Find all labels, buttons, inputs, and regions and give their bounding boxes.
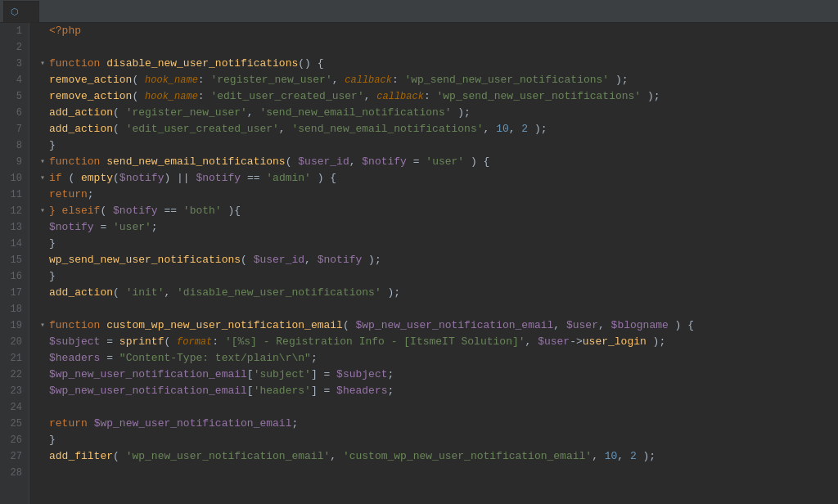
plain-token: ) { bbox=[669, 319, 694, 331]
code-line: add_action( 'register_new_user', 'send_n… bbox=[36, 105, 838, 121]
var-token: $wp_new_user_notification_email bbox=[356, 319, 554, 331]
num-token: 10 bbox=[605, 450, 618, 462]
plain-token: , bbox=[598, 319, 611, 331]
plain-token: ( bbox=[241, 254, 254, 266]
plain-token: ); bbox=[452, 106, 471, 119]
plain-token: ; bbox=[88, 188, 94, 200]
code-line: remove_action( hook_name: 'register_new_… bbox=[36, 72, 838, 88]
fold-open-marker[interactable]: ▾ bbox=[36, 154, 49, 170]
code-line: ▾function send_new_email_notifications( … bbox=[36, 154, 838, 170]
plain-token bbox=[88, 417, 94, 430]
tab-functions-php[interactable]: ⬡ bbox=[3, 1, 39, 22]
code-line bbox=[36, 399, 838, 416]
plain-token: ) { bbox=[464, 155, 489, 168]
line-content: remove_action( hook_name: 'edit_user_cre… bbox=[49, 88, 838, 105]
num-token: 10 bbox=[496, 123, 509, 135]
php-tag-token: <?php bbox=[49, 25, 81, 37]
str-token: 'edit_user_created_user' bbox=[210, 90, 363, 102]
plain-token: : bbox=[198, 74, 211, 86]
line-content: add_action( 'edit_user_created_user', 's… bbox=[49, 121, 838, 137]
code-line: return $wp_new_user_notification_email; bbox=[36, 416, 838, 432]
plain-token: ( bbox=[343, 319, 356, 331]
plain-token: = bbox=[94, 221, 113, 233]
plain-token: , bbox=[484, 123, 497, 135]
plain-token: ; bbox=[388, 368, 394, 380]
line-number: 13 bbox=[0, 219, 29, 236]
plain-token: = bbox=[407, 155, 426, 168]
code-line bbox=[36, 39, 838, 56]
line-number: 7 bbox=[0, 121, 29, 137]
kw-token: function bbox=[49, 319, 100, 331]
plain-token: ){ bbox=[222, 205, 241, 217]
code-line: ▾ } elseif( $notify == 'both' ){ bbox=[36, 203, 838, 219]
plain-token: == bbox=[241, 172, 266, 184]
code-line: } bbox=[36, 137, 838, 154]
num-token: 2 bbox=[521, 123, 528, 135]
plain-token: ( bbox=[113, 106, 126, 119]
code-line: return; bbox=[36, 187, 838, 203]
var-token: $headers bbox=[49, 352, 100, 364]
line-content: return $wp_new_user_notification_email; bbox=[49, 416, 838, 432]
line-content bbox=[49, 39, 838, 56]
line-content bbox=[49, 301, 838, 317]
line-number: 22 bbox=[0, 367, 29, 383]
line-number: 27 bbox=[0, 448, 29, 465]
line-content: remove_action( hook_name: 'register_new_… bbox=[49, 72, 838, 88]
code-line: $notify = 'user'; bbox=[36, 219, 838, 236]
str-token: 'register_new_user' bbox=[126, 106, 247, 119]
var-token: $notify bbox=[196, 172, 241, 184]
editor: 1234567891011121314151617181920212223242… bbox=[0, 23, 838, 504]
line-number: 14 bbox=[0, 236, 29, 252]
line-content: $headers = "Content-Type: text/plain\r\n… bbox=[49, 350, 838, 367]
str-token: 'disable_new_user_notifications' bbox=[177, 286, 381, 299]
var-token: $notify bbox=[113, 205, 158, 217]
plain-token: } bbox=[49, 139, 56, 151]
line-number: 26 bbox=[0, 432, 29, 448]
plain-token: ); bbox=[528, 123, 547, 135]
plain-token: , bbox=[330, 450, 343, 462]
fold-open-marker[interactable]: ▾ bbox=[36, 203, 49, 219]
fold-open-marker[interactable]: ▾ bbox=[36, 170, 49, 187]
line-content: } elseif( $notify == 'both' ){ bbox=[49, 203, 838, 219]
kw-token: function bbox=[49, 57, 100, 70]
plain-token: ( bbox=[62, 172, 81, 184]
str-token: 'wp_new_user_notification_email' bbox=[126, 450, 331, 462]
plain-token: , bbox=[349, 155, 363, 168]
plain-token: ; bbox=[151, 221, 158, 233]
var-token: $wp_new_user_notification_email bbox=[94, 417, 292, 430]
line-content: wp_send_new_user_notifications( $user_id… bbox=[49, 252, 838, 268]
var-token: $notify bbox=[119, 172, 164, 184]
code-line: } bbox=[36, 432, 838, 448]
var-token: $user bbox=[538, 335, 570, 348]
plain-token: ( bbox=[113, 123, 126, 135]
fold-open-marker[interactable]: ▾ bbox=[36, 317, 49, 334]
plain-token: , bbox=[304, 254, 318, 266]
plain-token: ; bbox=[291, 417, 298, 430]
plain-token: ); bbox=[637, 450, 656, 462]
line-number: 5 bbox=[0, 88, 29, 105]
fn-token: send_new_email_notifications bbox=[106, 155, 285, 168]
param-label-token: hook_name bbox=[145, 91, 198, 102]
code-line: ▾function disable_new_user_notifications… bbox=[36, 56, 838, 72]
code-line: } bbox=[36, 236, 838, 252]
plain-token: = bbox=[100, 352, 119, 364]
fn-token: add_action bbox=[49, 106, 113, 119]
str-token: 'user' bbox=[426, 155, 464, 168]
plain-token: } bbox=[49, 270, 56, 282]
plain-token: () { bbox=[298, 57, 323, 70]
kw-token: return bbox=[49, 417, 88, 430]
line-number: 1 bbox=[0, 23, 29, 39]
plain-token: ); bbox=[362, 254, 381, 266]
line-number: 21 bbox=[0, 350, 29, 367]
fn-token: empty bbox=[81, 172, 113, 184]
fn-token: add_action bbox=[49, 123, 113, 135]
line-content: add_filter( 'wp_new_user_notification_em… bbox=[49, 448, 838, 465]
plain-token: : bbox=[392, 74, 405, 86]
code-area[interactable]: <?php ▾function disable_new_user_notific… bbox=[29, 23, 838, 504]
line-number: 9 bbox=[0, 154, 29, 170]
str-token: 'edit_user_created_user' bbox=[126, 123, 279, 135]
line-content bbox=[49, 465, 838, 481]
tab-bar: ⬡ bbox=[0, 0, 838, 23]
line-number: 12 bbox=[0, 203, 29, 219]
fold-open-marker[interactable]: ▾ bbox=[36, 56, 49, 72]
